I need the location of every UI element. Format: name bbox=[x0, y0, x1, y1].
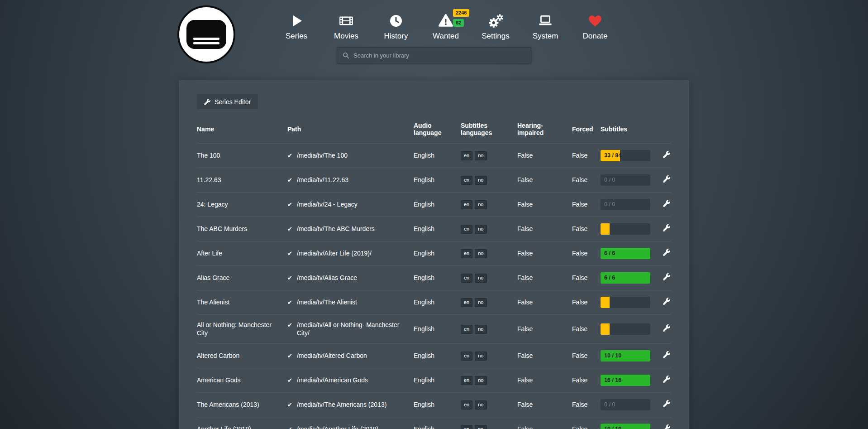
series-path: /media/tv/The ABC Murders bbox=[297, 225, 375, 233]
search-icon bbox=[343, 52, 349, 59]
subtitle-languages-cell: enno bbox=[461, 225, 517, 234]
forced-value: False bbox=[572, 250, 601, 258]
series-name[interactable]: Alias Grace bbox=[197, 274, 287, 282]
series-name[interactable]: All or Nothing: Manchester City bbox=[197, 321, 287, 337]
subtitles-progress-label: 6 / 6 bbox=[604, 250, 615, 257]
nav-series[interactable]: Series bbox=[277, 11, 316, 41]
play-icon bbox=[289, 11, 304, 31]
row-actions bbox=[654, 424, 671, 429]
subtitle-language-badge: no bbox=[475, 200, 486, 209]
audio-language-value: English bbox=[414, 352, 461, 360]
edit-wrench-icon[interactable] bbox=[663, 224, 670, 231]
laptop-icon bbox=[538, 11, 553, 31]
check-icon: ✔ bbox=[287, 425, 292, 429]
subtitle-language-badge: no bbox=[475, 325, 486, 334]
table-row: All or Nothing: Manchester City ✔ /media… bbox=[197, 314, 671, 343]
subtitles-progress: 0 / 0 bbox=[601, 199, 650, 210]
logo-subtitle-stripe bbox=[193, 42, 219, 44]
hearing-impaired-value: False bbox=[517, 401, 572, 409]
subtitle-language-badge: no bbox=[475, 151, 486, 160]
subtitle-language-badge: no bbox=[475, 274, 486, 283]
series-name[interactable]: The 100 bbox=[197, 152, 287, 160]
forced-value: False bbox=[572, 225, 601, 233]
nav-series-label: Series bbox=[286, 32, 307, 41]
edit-wrench-icon[interactable] bbox=[663, 249, 670, 256]
edit-wrench-icon[interactable] bbox=[663, 175, 670, 183]
subtitle-language-badge: en bbox=[461, 176, 472, 185]
check-icon: ✔ bbox=[287, 152, 292, 160]
edit-wrench-icon[interactable] bbox=[663, 273, 670, 280]
edit-wrench-icon[interactable] bbox=[663, 324, 670, 332]
series-name[interactable]: 24: Legacy bbox=[197, 201, 287, 209]
edit-wrench-icon[interactable] bbox=[663, 351, 670, 358]
row-actions bbox=[654, 151, 671, 160]
forced-value: False bbox=[572, 425, 601, 429]
table-header-row: Name Path Audio language Subtitles langu… bbox=[197, 122, 671, 143]
search-bar[interactable] bbox=[337, 47, 531, 63]
series-path: /media/tv/All or Nothing- Manchester Cit… bbox=[297, 321, 408, 337]
series-name[interactable]: Another Life (2019) bbox=[197, 425, 287, 429]
hearing-impaired-value: False bbox=[517, 425, 572, 429]
clock-icon bbox=[389, 11, 403, 31]
column-header-audio-language: Audio language bbox=[414, 122, 442, 136]
nav-settings[interactable]: Settings bbox=[476, 11, 515, 41]
edit-wrench-icon[interactable] bbox=[663, 151, 670, 158]
nav-donate[interactable]: Donate bbox=[576, 11, 615, 41]
edit-wrench-icon[interactable] bbox=[663, 376, 670, 383]
edit-wrench-icon[interactable] bbox=[663, 200, 670, 207]
series-name[interactable]: The ABC Murders bbox=[197, 225, 287, 233]
row-actions bbox=[654, 249, 671, 258]
table-row: American Gods ✔ /media/tv/American Gods … bbox=[197, 368, 671, 392]
subtitles-progress-label: 6 / 6 bbox=[604, 275, 615, 282]
series-name[interactable]: After Life bbox=[197, 250, 287, 258]
edit-wrench-icon[interactable] bbox=[663, 400, 670, 407]
row-actions bbox=[654, 400, 671, 410]
gears-icon bbox=[488, 11, 503, 31]
subtitles-cell: 6 / 6 bbox=[601, 272, 654, 284]
series-path-cell: ✔ /media/tv/Another Life (2019) bbox=[287, 425, 414, 429]
series-table-body: The 100 ✔ /media/tv/The 100 English enno… bbox=[197, 143, 671, 429]
subtitles-progress-label: 0 / 0 bbox=[604, 401, 615, 409]
nav-wanted[interactable]: 2246 62 Wanted bbox=[426, 11, 465, 41]
check-icon: ✔ bbox=[287, 274, 292, 282]
series-name[interactable]: The Americans (2013) bbox=[197, 401, 287, 409]
forced-value: False bbox=[572, 325, 601, 333]
column-header-hearing-impaired: Hearing-impaired bbox=[517, 122, 550, 136]
series-name[interactable]: The Alienist bbox=[197, 299, 287, 307]
subtitles-progress-label: 16 / 16 bbox=[604, 377, 621, 384]
nav-movies-label: Movies bbox=[334, 32, 358, 41]
subtitle-language-badge: en bbox=[461, 425, 472, 429]
table-row: The 100 ✔ /media/tv/The 100 English enno… bbox=[197, 143, 671, 168]
subtitles-progress: 0 / 0 bbox=[601, 174, 650, 186]
main-nav: Series Movies bbox=[12, 0, 868, 41]
forced-value: False bbox=[572, 401, 601, 409]
nav-history[interactable]: History bbox=[377, 11, 415, 41]
column-header-name: Name bbox=[197, 125, 287, 133]
nav-system[interactable]: System bbox=[526, 11, 565, 41]
row-actions bbox=[654, 351, 671, 361]
subtitles-cell: 16 / 16 bbox=[601, 375, 654, 386]
row-actions bbox=[654, 175, 671, 185]
subtitles-cell: 10 / 10 bbox=[601, 350, 654, 362]
series-path-cell: ✔ /media/tv/The ABC Murders bbox=[287, 225, 414, 233]
series-name[interactable]: 11.22.63 bbox=[197, 176, 287, 184]
subtitles-cell: 33 / 84 bbox=[601, 150, 654, 161]
subtitles-progress: 10 / 10 bbox=[601, 350, 650, 362]
nav-movies[interactable]: Movies bbox=[327, 11, 366, 41]
series-path: /media/tv/11.22.63 bbox=[297, 176, 348, 184]
edit-wrench-icon[interactable] bbox=[663, 298, 670, 305]
nav-system-label: System bbox=[533, 32, 558, 41]
subtitles-progress: 16 / 16 bbox=[601, 375, 650, 386]
series-editor-button[interactable]: Series Editor bbox=[197, 94, 258, 109]
series-path: /media/tv/Altered Carbon bbox=[297, 352, 367, 360]
wanted-badge: 62 bbox=[453, 19, 464, 27]
search-input[interactable] bbox=[353, 52, 525, 59]
subtitle-language-badge: no bbox=[475, 400, 486, 410]
table-row: The Americans (2013) ✔ /media/tv/The Ame… bbox=[197, 392, 671, 417]
series-name[interactable]: Altered Carbon bbox=[197, 352, 287, 360]
series-name[interactable]: American Gods bbox=[197, 376, 287, 385]
film-icon bbox=[339, 11, 354, 31]
heart-icon bbox=[587, 11, 603, 31]
edit-wrench-icon[interactable] bbox=[663, 424, 670, 429]
series-path-cell: ✔ /media/tv/American Gods bbox=[287, 376, 414, 385]
